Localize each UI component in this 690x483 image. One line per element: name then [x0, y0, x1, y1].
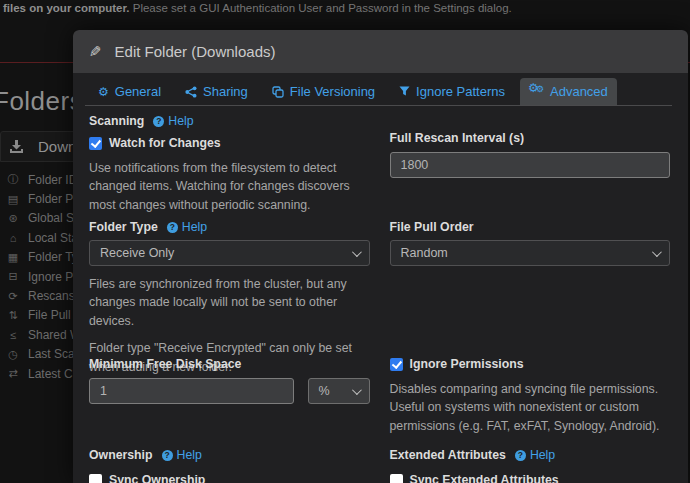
- folder-type-select[interactable]: Receive Only: [89, 240, 370, 266]
- chevron-down-icon: [351, 247, 361, 257]
- download-icon: [9, 140, 24, 154]
- dialog-header: ✎ Edit Folder (Downloads): [73, 30, 688, 73]
- file-pull-order-section: File Pull Order Random: [390, 220, 671, 357]
- clone-icon: [272, 86, 284, 98]
- refresh-icon: ⟳: [6, 290, 20, 303]
- folder-type-section: Folder Type Help Receive Only Files are …: [89, 220, 370, 357]
- chevron-down-icon: [652, 247, 662, 257]
- dialog-title: Edit Folder (Downloads): [115, 43, 276, 60]
- share-alt-icon: [185, 86, 197, 98]
- edit-folder-dialog: ✎ Edit Folder (Downloads) ⚙ General Shar…: [73, 30, 688, 483]
- filter-icon: [399, 86, 410, 97]
- full-rescan-section: Full Rescan Interval (s): [390, 131, 671, 220]
- exchange-icon: ⇄: [6, 367, 20, 380]
- tab-advanced[interactable]: ⚙⚙ Advanced: [520, 78, 617, 105]
- sync-ownership-label: Sync Ownership: [109, 473, 205, 483]
- min-free-disk-unit-select[interactable]: %: [308, 378, 370, 404]
- folder-type-description-1: Files are synchronized from the cluster,…: [89, 275, 370, 330]
- question-circle-icon: [515, 450, 526, 461]
- scanning-help-link[interactable]: Help: [153, 114, 193, 128]
- advanced-form: Scanning Help Watch for Changes Use noti…: [85, 106, 672, 483]
- tab-bar: ⚙ General Sharing File Versioning Ignor: [85, 78, 672, 106]
- clock-icon: ◷: [6, 348, 20, 361]
- file-pull-order-selected-value: Random: [401, 246, 448, 260]
- tab-general[interactable]: ⚙ General: [89, 78, 170, 105]
- cogs-icon: ⚙⚙: [529, 85, 544, 98]
- minus-square-icon: ⊟: [6, 270, 20, 283]
- tab-file-versioning[interactable]: File Versioning: [263, 78, 384, 105]
- min-free-disk-section: Minimum Free Disk Space %: [89, 357, 370, 448]
- file-pull-order-select[interactable]: Random: [390, 240, 671, 266]
- ownership-help-link[interactable]: Help: [162, 448, 202, 462]
- folder-open-icon: ▤: [6, 193, 20, 206]
- sync-extended-attributes-label: Sync Extended Attributes: [410, 473, 559, 483]
- gui-auth-warning: files on your computer. Please set a GUI…: [0, 0, 690, 16]
- ownership-heading: Ownership: [89, 448, 153, 462]
- ignore-permissions-checkbox[interactable]: [390, 358, 403, 371]
- tab-ignore-patterns[interactable]: Ignore Patterns: [390, 78, 514, 105]
- globe-icon: ⊛: [6, 212, 20, 225]
- scanning-description: Use notifications from the filesystem to…: [89, 159, 370, 214]
- gear-icon: ⚙: [98, 86, 109, 98]
- folder-type-selected-value: Receive Only: [100, 246, 174, 260]
- share-icon: ≤: [6, 329, 20, 341]
- question-circle-icon: [153, 116, 164, 127]
- extended-attributes-section: Extended Attributes Help Sync Extended A…: [390, 448, 671, 483]
- scanning-section: Scanning Help Watch for Changes Use noti…: [89, 114, 370, 220]
- extended-attributes-help-link[interactable]: Help: [515, 448, 555, 462]
- home-icon: ⌂: [6, 232, 20, 244]
- folder-type-help-link[interactable]: Help: [167, 220, 207, 234]
- min-free-disk-input[interactable]: [89, 378, 294, 404]
- folder-icon: ▦: [6, 251, 20, 264]
- unit-selected-value: %: [319, 384, 330, 398]
- question-circle-icon: [167, 222, 178, 233]
- scanning-heading: Scanning: [89, 114, 144, 128]
- extended-attributes-heading: Extended Attributes: [390, 448, 506, 462]
- info-icon: ⓘ: [6, 172, 20, 187]
- ignore-permissions-label: Ignore Permissions: [410, 357, 524, 371]
- watch-for-changes-label: Watch for Changes: [109, 136, 221, 150]
- full-rescan-input[interactable]: [390, 152, 671, 178]
- ignore-permissions-section: Ignore Permissions Disables comparing an…: [390, 357, 671, 448]
- question-circle-icon: [162, 450, 173, 461]
- sort-icon: ⇅: [6, 309, 20, 322]
- warning-bold-text: files on your computer.: [3, 2, 130, 14]
- sync-extended-attributes-checkbox[interactable]: [390, 474, 403, 483]
- dialog-body: ⚙ General Sharing File Versioning Ignor: [73, 73, 688, 483]
- pencil-icon: ✎: [89, 43, 102, 61]
- ignore-permissions-description: Disables comparing and syncing file perm…: [390, 380, 671, 435]
- watch-for-changes-checkbox[interactable]: [89, 137, 102, 150]
- tab-sharing[interactable]: Sharing: [176, 78, 257, 105]
- sync-ownership-checkbox[interactable]: [89, 474, 102, 483]
- chevron-down-icon: [351, 385, 361, 395]
- full-rescan-label: Full Rescan Interval (s): [390, 131, 671, 145]
- file-pull-order-label: File Pull Order: [390, 220, 671, 234]
- min-free-disk-label: Minimum Free Disk Space: [89, 357, 370, 371]
- ownership-section: Ownership Help Sync Ownership: [89, 448, 370, 483]
- warning-text: Please set a GUI Authentication User and…: [130, 2, 512, 14]
- folder-type-label: Folder Type: [89, 220, 158, 234]
